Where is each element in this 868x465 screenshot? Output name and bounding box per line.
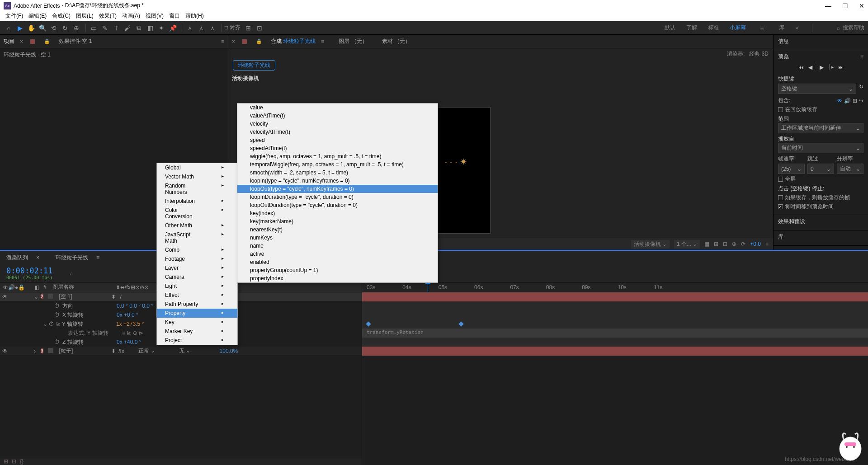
close-icon[interactable]: × (232, 38, 235, 45)
inc-audio-icon[interactable]: 🔊 (844, 98, 851, 104)
ctx-sub-item[interactable]: temporalWiggle(freq, amp, octaves = 1, a… (237, 160, 438, 169)
tb-icon1[interactable]: ⊞ (4, 458, 8, 465)
vf-icon3[interactable]: ⊡ (723, 241, 727, 247)
ctx-item-path-property[interactable]: Path Property▸ (157, 300, 237, 309)
tab-footage-none[interactable]: 素材 （无） (382, 36, 410, 47)
brush-tool-icon[interactable]: 🖌 (123, 23, 132, 33)
selection-tool-icon[interactable]: ▶ (15, 23, 25, 33)
ctx-item-effect[interactable]: Effect▸ (157, 291, 237, 300)
workspace-menu-icon[interactable]: ≡ (757, 23, 767, 33)
ctx-sub-item[interactable]: wiggle(freq, amp, octaves = 1, amp_mult … (237, 152, 438, 160)
play-icon[interactable]: ▶ (820, 64, 824, 70)
prev-frame-icon[interactable]: ◀⏐ (808, 64, 815, 70)
minimize-button[interactable]: — (825, 2, 831, 9)
eraser-tool-icon[interactable]: ◧ (145, 23, 155, 33)
menu-file[interactable]: 文件(F) (3, 12, 26, 20)
workspace-learn[interactable]: 了解 (686, 24, 697, 32)
tb-icon3[interactable]: {} (20, 458, 24, 465)
preview-panel-title[interactable]: 预览 (778, 53, 789, 61)
ctx-item-key[interactable]: Key▸ (157, 318, 237, 327)
tab-composition[interactable]: 合成 环绕粒子光线 (271, 36, 316, 47)
orbit-tool-icon[interactable]: ⟲ (49, 23, 59, 33)
tab-project[interactable]: 项目 (4, 36, 14, 47)
puppet-tool-icon[interactable]: 📌 (168, 23, 178, 33)
axis3-tool-icon[interactable]: ⋏ (208, 23, 217, 33)
last-frame-icon[interactable]: ⏭ (838, 64, 844, 70)
ctx-sub-item[interactable]: loopOut(type = "cycle", numKeyframes = 0… (237, 185, 438, 193)
tab-layer-none[interactable]: 图层 （无） (339, 36, 367, 47)
ctx-sub-item[interactable]: loopOutDuration(type = "cycle", duration… (237, 201, 438, 209)
camera-tool-icon[interactable]: ⊕ (71, 23, 81, 33)
snap-opt-icon[interactable]: ⊞ (243, 23, 253, 33)
vf-icon4[interactable]: ⊕ (732, 241, 736, 247)
hand-tool-icon[interactable]: ✋ (26, 23, 36, 33)
expression-text[interactable]: transform.yRotation (367, 329, 424, 335)
ctx-sub-item[interactable]: value (237, 103, 438, 112)
res-dropdown[interactable]: 自动⌄ (837, 164, 863, 174)
menu-edit[interactable]: 编辑(E) (26, 12, 49, 20)
maximize-button[interactable]: ☐ (842, 2, 848, 9)
fullscreen-checkbox[interactable] (778, 177, 783, 182)
menu-layer[interactable]: 图层(L) (73, 12, 96, 20)
close-button[interactable]: ✕ (859, 2, 864, 9)
comp-breadcrumb[interactable]: 环绕粒子光线 (233, 60, 275, 70)
views-dropdown[interactable]: 1 个... ⌄ (674, 240, 700, 249)
panel-menu-icon[interactable]: ≡ (96, 254, 99, 261)
first-frame-icon[interactable]: ⏮ (798, 64, 804, 70)
ctx-sub-item[interactable]: enabled (237, 258, 438, 266)
ctx-item-vector-math[interactable]: Vector Math▸ (157, 172, 237, 181)
expression-track[interactable]: transform.yRotation (362, 329, 868, 338)
workspace-library[interactable]: 库 (779, 24, 784, 32)
ctx-sub-item[interactable]: propertyIndex (237, 274, 438, 282)
layer-track[interactable] (362, 292, 868, 301)
camera-dropdown[interactable]: 活动摄像机 ⌄ (631, 240, 670, 249)
ctx-sub-item[interactable]: loopIn(type = "cycle", numKeyframes = 0) (237, 177, 438, 185)
ctx-item-javascript-math[interactable]: JavaScript Math▸ (157, 230, 237, 245)
workspace-small[interactable]: 小屏幕 (730, 24, 746, 32)
timecode[interactable]: 0:00:02:11 (6, 266, 52, 275)
ctx-item-camera[interactable]: Camera▸ (157, 272, 237, 282)
menu-effect[interactable]: 效果(T) (96, 12, 119, 20)
keyframe-icon[interactable] (458, 321, 463, 326)
workspace-standard[interactable]: 标准 (708, 24, 719, 32)
help-search[interactable]: ⌕ 搜索帮助 (837, 24, 864, 32)
tab-render-queue[interactable]: 渲染队列 (6, 254, 28, 262)
prop-track[interactable] (362, 310, 868, 319)
ctx-item-project[interactable]: Project▸ (157, 336, 237, 345)
vf-icon5[interactable]: ⟳ (741, 241, 745, 247)
skip-dropdown[interactable]: 0⌄ (807, 164, 834, 174)
stopwatch-icon[interactable]: ⏱ (54, 303, 60, 309)
ctx-item-layer[interactable]: Layer▸ (157, 263, 237, 272)
menu-view[interactable]: 视图(V) (143, 12, 166, 20)
ctx-item-other-math[interactable]: Other Math▸ (157, 221, 237, 230)
snap-toggle[interactable]: □ 对齐 (225, 24, 241, 32)
lock-icon[interactable]: 🔒 (42, 37, 52, 47)
ctx-item-global[interactable]: Global▸ (157, 163, 237, 172)
menu-help[interactable]: 帮助(H) (183, 12, 207, 20)
col-label-icon[interactable]: ◧ (32, 284, 41, 291)
precache-checkbox[interactable] (778, 107, 783, 112)
ctx-item-random-numbers[interactable]: Random Numbers▸ (157, 181, 237, 197)
inc-loop-icon[interactable]: ↪ (859, 98, 863, 104)
rect-tool-icon[interactable]: ▭ (89, 23, 99, 33)
library-title[interactable]: 库 (778, 233, 783, 241)
ctx-sub-item[interactable]: key(markerName) (237, 217, 438, 225)
tab-comp-timeline[interactable]: 环绕粒子光线 (56, 254, 88, 262)
stopwatch-icon[interactable]: ⏱ (54, 339, 60, 345)
ctx-item-light[interactable]: Light▸ (157, 282, 237, 291)
workspace-default[interactable]: 默认 (665, 24, 675, 32)
fps-dropdown[interactable]: (25)⌄ (778, 164, 805, 174)
ctx-sub-item[interactable]: valueAtTime(t) (237, 112, 438, 120)
ctx-item-footage[interactable]: Footage▸ (157, 254, 237, 263)
menu-window[interactable]: 窗口 (166, 12, 183, 20)
pen-tool-icon[interactable]: ✎ (100, 23, 110, 33)
ctx-item-color-conversion[interactable]: Color Conversion▸ (157, 206, 237, 221)
axis-tool-icon[interactable]: ⋏ (185, 23, 195, 33)
inc-video-icon[interactable]: 👁 (837, 98, 842, 104)
ctx-item-marker-key[interactable]: Marker Key▸ (157, 327, 237, 336)
reset-icon[interactable]: ↻ (859, 84, 863, 94)
stopwatch-icon[interactable]: ⏱ (54, 312, 60, 318)
ctx-sub-item[interactable]: speed (237, 136, 438, 144)
tab-effect-controls[interactable]: 效果控件 空 1 (59, 36, 92, 47)
panel-menu-icon[interactable]: ≡ (221, 38, 224, 45)
